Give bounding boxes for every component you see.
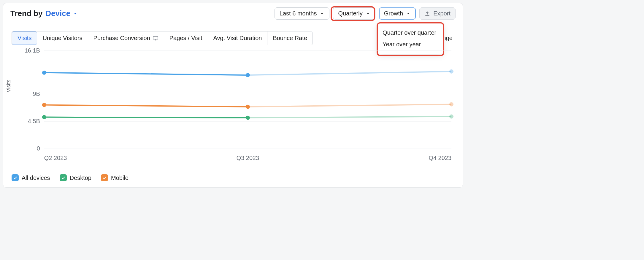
svg-line-12 <box>44 73 248 75</box>
legend-label: All devices <box>22 175 50 181</box>
export-label: Export <box>433 10 451 17</box>
growth-option-qoq[interactable]: Quarter over quarter <box>383 27 438 39</box>
svg-point-16 <box>449 69 453 74</box>
dimension-label: Device <box>45 9 70 18</box>
svg-text:16.1B: 16.1B <box>25 48 40 54</box>
legend-mobile[interactable]: Mobile <box>101 174 129 181</box>
chevron-down-icon <box>320 11 324 16</box>
trend-panel: Trend by Device Last 6 months Quarterly … <box>3 3 463 188</box>
chevron-down-icon <box>73 11 78 16</box>
tab-pages-per-visit[interactable]: Pages / Visit <box>164 31 208 45</box>
svg-point-20 <box>246 105 250 109</box>
tab-avg-visit-duration[interactable]: Avg. Visit Duration <box>208 31 268 45</box>
interval-selector[interactable]: Quarterly <box>333 7 375 20</box>
date-range-label: Last 6 months <box>280 10 317 17</box>
legend-all-devices[interactable]: All devices <box>12 174 50 181</box>
svg-line-13 <box>248 72 451 75</box>
monitor-icon <box>153 36 158 41</box>
tab-bounce-rate[interactable]: Bounce Rate <box>267 31 313 45</box>
svg-text:9B: 9B <box>33 91 40 97</box>
svg-rect-0 <box>153 36 158 39</box>
svg-point-14 <box>42 71 46 75</box>
tab-unique-visitors[interactable]: Unique Visitors <box>37 31 88 45</box>
checkbox-icon <box>101 174 108 181</box>
svg-text:0: 0 <box>37 145 40 152</box>
tab-visits[interactable]: Visits <box>12 31 37 45</box>
panel-header: Trend by Device Last 6 months Quarterly … <box>3 3 463 24</box>
dimension-selector[interactable]: Device <box>45 9 78 18</box>
interval-label: Quarterly <box>338 10 362 17</box>
legend-label: Desktop <box>70 175 91 181</box>
growth-label: Growth <box>384 10 403 17</box>
svg-line-17 <box>44 105 248 107</box>
svg-point-21 <box>449 102 453 107</box>
svg-line-18 <box>248 104 451 107</box>
legend-label: Mobile <box>111 175 129 181</box>
svg-text:Q2 2023: Q2 2023 <box>44 155 67 161</box>
checkbox-icon <box>60 174 67 181</box>
checkbox-icon <box>12 174 19 181</box>
export-button[interactable]: Export <box>419 7 456 20</box>
svg-point-25 <box>246 116 250 120</box>
chevron-down-icon <box>406 11 411 16</box>
date-range-selector[interactable]: Last 6 months <box>275 7 330 20</box>
panel-title: Trend by Device <box>10 9 78 18</box>
legend: All devices Desktop Mobile <box>12 174 129 181</box>
svg-line-23 <box>248 117 451 118</box>
tab-purchase-conversion[interactable]: Purchase Conversion <box>88 31 164 45</box>
legend-desktop[interactable]: Desktop <box>60 174 91 181</box>
chart-area: 04.5B9B16.1BQ2 2023Q3 2023Q4 2023 <box>12 48 454 164</box>
svg-text:Q3 2023: Q3 2023 <box>237 155 259 161</box>
chevron-down-icon <box>366 11 370 16</box>
svg-point-15 <box>246 73 250 77</box>
y-axis-label: Visits <box>6 80 12 92</box>
svg-text:Q4 2023: Q4 2023 <box>429 155 451 161</box>
svg-text:4.5B: 4.5B <box>28 118 40 124</box>
growth-selector[interactable]: Growth <box>379 7 416 20</box>
export-icon <box>424 11 430 17</box>
header-controls: Last 6 months Quarterly Growth Export <box>275 7 456 20</box>
tab-purchase-conversion-label: Purchase Conversion <box>93 35 150 42</box>
line-chart: 04.5B9B16.1BQ2 2023Q3 2023Q4 2023 <box>12 48 454 164</box>
svg-point-26 <box>449 115 453 119</box>
metric-tabs: Visits Unique Visitors Purchase Conversi… <box>12 31 313 45</box>
svg-line-22 <box>44 117 248 118</box>
svg-point-19 <box>42 103 46 107</box>
title-static: Trend by <box>10 9 42 18</box>
svg-point-24 <box>42 115 46 119</box>
